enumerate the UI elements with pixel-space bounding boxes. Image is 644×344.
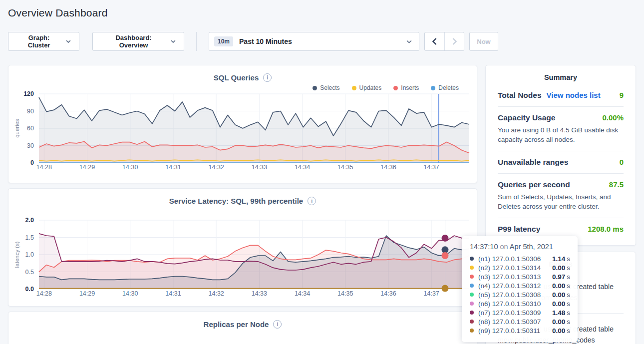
tooltip-timestamp: 14:37:10 on Apr 5th, 2021 <box>470 243 570 251</box>
tooltip-node-row: (n7) 127.0.0.1:503091.48s <box>470 308 570 317</box>
svg-text:2.0: 2.0 <box>25 218 34 224</box>
summary-row-capacity: Capacity Usage 0.00% You are using 0 B o… <box>498 107 624 151</box>
info-icon[interactable]: i <box>308 197 316 205</box>
tooltip-node-row: (n4) 127.0.0.1:503120.00s <box>470 281 570 290</box>
controls-divider <box>196 32 197 51</box>
time-prev-button[interactable] <box>425 32 444 50</box>
service-latency-card: Service Latency: SQL, 99th percentile i … <box>8 188 477 307</box>
svg-text:120: 120 <box>23 91 34 97</box>
info-icon[interactable]: i <box>263 73 272 82</box>
node-address: (n2) 127.0.0.1:50314 <box>478 264 552 272</box>
graph-dropdown-label: Graph: Cluster <box>16 34 61 49</box>
node-latency-unit: s <box>567 273 570 281</box>
replicas-per-node-card: Replicas per Node i <box>8 312 477 344</box>
summary-row-qps: Queries per second 87.5 Sum of Selects, … <box>498 174 624 218</box>
time-pager <box>424 32 464 51</box>
chevron-down-icon <box>406 40 412 43</box>
svg-text:14:32: 14:32 <box>209 164 224 171</box>
svg-text:14:33: 14:33 <box>252 290 267 297</box>
node-latency-unit: s <box>567 291 570 299</box>
node-address: (n7) 127.0.0.1:50309 <box>478 309 552 317</box>
time-range-badge: 10m <box>214 36 233 46</box>
summary-heading: Summary <box>498 73 624 84</box>
svg-text:14:31: 14:31 <box>165 290 181 297</box>
sql-queries-title-row: SQL Queries i <box>8 72 477 82</box>
info-icon[interactable]: i <box>273 320 282 329</box>
node-latency-unit: s <box>567 255 570 263</box>
svg-text:14:33: 14:33 <box>252 164 267 171</box>
svg-text:14:37: 14:37 <box>424 164 439 171</box>
node-latency-unit: s <box>567 318 570 326</box>
total-nodes-value: 9 <box>620 91 624 99</box>
svg-text:14:30: 14:30 <box>122 290 138 297</box>
legend-item: Deletes <box>431 84 459 91</box>
dashboard-dropdown[interactable]: Dashboard: Overview <box>92 32 184 51</box>
node-color-dot-icon <box>470 284 474 288</box>
node-latency-value: 0.00 <box>552 291 565 299</box>
node-color-dot-icon <box>470 320 474 324</box>
node-latency-unit: s <box>567 309 570 317</box>
legend-item: Inserts <box>393 84 419 91</box>
graph-dropdown[interactable]: Graph: Cluster <box>8 32 79 51</box>
charts-column: SQL Queries i SelectsUpdatesInsertsDelet… <box>8 65 477 344</box>
node-latency-value: 1.48 <box>552 309 565 317</box>
dashboard-dropdown-label: Dashboard: Overview <box>101 34 166 49</box>
node-latency-unit: s <box>567 282 570 290</box>
node-latency-unit: s <box>567 327 570 335</box>
svg-text:14:34: 14:34 <box>295 290 310 297</box>
node-color-dot-icon <box>470 275 474 279</box>
sql-queries-card: SQL Queries i SelectsUpdatesInsertsDelet… <box>8 65 477 183</box>
tooltip-node-row: (n1) 127.0.0.1:503061.14s <box>470 254 570 263</box>
svg-text:14:35: 14:35 <box>337 290 353 297</box>
service-latency-title-row: Service Latency: SQL, 99th percentile i <box>8 196 477 206</box>
svg-text:60: 60 <box>27 125 34 132</box>
svg-text:0: 0 <box>30 159 34 166</box>
p99-latency-label: P99 latency <box>498 225 540 234</box>
svg-text:14:35: 14:35 <box>337 164 353 171</box>
node-latency-value: 0.00 <box>552 327 565 335</box>
legend-item: Selects <box>313 84 339 91</box>
svg-text:14:36: 14:36 <box>380 290 396 297</box>
node-latency-value: 0.00 <box>552 282 565 290</box>
node-latency-value: 0.97 <box>552 273 565 281</box>
time-next-button[interactable] <box>444 32 464 50</box>
replicas-title-row: Replicas per Node i <box>8 319 477 329</box>
time-range-label: Past 10 Minutes <box>239 37 292 45</box>
node-address: (n5) 127.0.0.1:50308 <box>478 291 552 299</box>
svg-text:14:32: 14:32 <box>209 290 224 297</box>
total-nodes-label: Total Nodes <box>498 91 542 100</box>
page-title: Overview Dashboard <box>8 7 636 19</box>
sql-queries-chart[interactable]: 030609012014:2814:2914:3014:3114:3214:33… <box>10 91 477 171</box>
svg-text:14:30: 14:30 <box>122 164 138 171</box>
qps-description: Sum of Selects, Updates, Inserts, and De… <box>498 192 624 211</box>
node-latency-value: 0.00 <box>552 318 565 326</box>
dashboard-controls: Graph: Cluster Dashboard: Overview 10m P… <box>8 32 636 51</box>
tooltip-node-row: (n8) 127.0.0.1:503070.00s <box>470 317 570 326</box>
node-address: (n9) 127.0.0.1:50311 <box>478 327 552 335</box>
chart-hover-tooltip: 14:37:10 on Apr 5th, 2021 (n1) 127.0.0.1… <box>462 236 578 342</box>
node-latency-unit: s <box>567 300 570 308</box>
svg-text:30: 30 <box>27 142 34 149</box>
view-nodes-list-link[interactable]: View nodes list <box>547 91 601 99</box>
node-address: (n1) 127.0.0.1:50306 <box>478 255 552 263</box>
capacity-usage-description: You are using 0 B of 4.5 GiB usable disk… <box>498 125 624 144</box>
summary-panel: Summary Total Nodes View nodes list 9 Ca… <box>485 65 636 246</box>
chevron-down-icon <box>171 40 176 43</box>
svg-text:1.0: 1.0 <box>25 251 34 258</box>
node-color-dot-icon <box>470 257 474 261</box>
time-range-selector[interactable]: 10m Past 10 Minutes <box>209 32 419 51</box>
svg-text:14:29: 14:29 <box>79 164 95 171</box>
node-color-dot-icon <box>470 302 474 306</box>
now-button[interactable]: Now <box>469 32 498 51</box>
chevron-left-icon <box>432 38 437 45</box>
node-address: (n3) 127.0.0.1:50313 <box>478 273 552 281</box>
capacity-usage-label: Capacity Usage <box>498 113 555 122</box>
legend-label: Deletes <box>438 84 459 91</box>
service-latency-chart[interactable]: 0.00.51.01.52.014:2814:2914:3014:3114:32… <box>10 218 477 298</box>
p99-latency-value: 1208.0 ms <box>588 225 624 233</box>
tooltip-node-row: (n5) 127.0.0.1:503080.00s <box>470 290 570 299</box>
svg-text:1.5: 1.5 <box>25 234 34 241</box>
tooltip-node-row: (n6) 127.0.0.1:503100.00s <box>470 299 570 308</box>
svg-text:14:36: 14:36 <box>380 164 396 171</box>
capacity-usage-value: 0.00% <box>602 113 624 122</box>
